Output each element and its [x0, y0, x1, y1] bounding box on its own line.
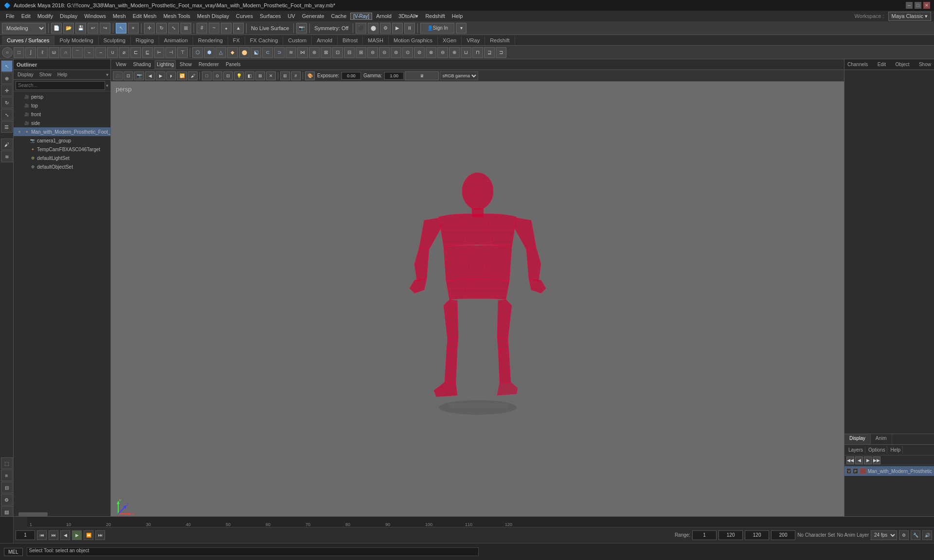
gamma-input[interactable]: [384, 72, 404, 80]
surf-btn3[interactable]: △: [216, 47, 226, 58]
view-cube-btn[interactable]: ⬚: [1, 457, 13, 469]
vp-paintfx-btn[interactable]: 🖌: [188, 71, 198, 80]
vp-textures-btn[interactable]: ⊠: [255, 71, 265, 80]
surf-btn23[interactable]: ⊕: [449, 47, 460, 58]
vp-lights-btn[interactable]: 💡: [234, 71, 244, 80]
menu-surfaces[interactable]: Surfaces: [257, 12, 284, 20]
scale-tool-button[interactable]: ⤡: [168, 23, 179, 34]
vp-lighting-menu[interactable]: Lighting: [155, 60, 176, 69]
menu-modify[interactable]: Modify: [35, 12, 56, 20]
play-forward-btn[interactable]: ▶: [72, 530, 82, 540]
layer-p-toggle[interactable]: P: [853, 468, 858, 474]
outliner-show-menu[interactable]: Show: [37, 71, 54, 78]
surf-btn4[interactable]: ◆: [227, 47, 238, 58]
surf-btn1[interactable]: ⬡: [192, 47, 203, 58]
surf-btn7[interactable]: ⊂: [262, 47, 273, 58]
surf-btn19[interactable]: ⊙: [402, 47, 413, 58]
playback-settings-btn[interactable]: ⚙: [899, 530, 909, 540]
anim-end-input[interactable]: [771, 530, 795, 540]
mel-python-toggle[interactable]: MEL: [4, 548, 23, 556]
vp-loop-btn[interactable]: 🔁: [177, 71, 187, 80]
select-tool-left[interactable]: ↖: [1, 60, 13, 72]
display-tab[interactable]: Display: [844, 434, 871, 444]
ipr-render-button[interactable]: ⬤: [368, 23, 378, 34]
box-mode-btn[interactable]: □: [14, 47, 24, 58]
redo-button[interactable]: ↪: [100, 23, 110, 34]
menu-mesh-tools[interactable]: Mesh Tools: [161, 12, 193, 20]
vp-shadows-btn[interactable]: ◧: [245, 71, 254, 80]
workspace-dropdown[interactable]: Maya Classic ▾: [888, 12, 931, 21]
tab-rigging[interactable]: Rigging: [131, 36, 159, 45]
tab-xgen[interactable]: XGen: [438, 36, 462, 45]
menu-mesh-display[interactable]: Mesh Display: [194, 12, 232, 20]
menu-3dtoall[interactable]: 3DtoAll▾: [395, 12, 421, 20]
pause-button[interactable]: ⏸: [404, 23, 415, 34]
surf-btn20[interactable]: ⊘: [414, 47, 425, 58]
curve-btn9[interactable]: ⌀: [119, 47, 129, 58]
tree-item-top[interactable]: 🎥 top: [14, 101, 110, 110]
tree-item-persp[interactable]: 🎥 persp: [14, 92, 110, 101]
menu-help[interactable]: Help: [449, 12, 466, 20]
outliner-hscrollbar[interactable]: [14, 512, 110, 516]
surf-btn15[interactable]: ⊞: [356, 47, 366, 58]
surf-btn2[interactable]: ⬢: [204, 47, 215, 58]
move-btn[interactable]: ✛: [1, 85, 13, 96]
tab-vray[interactable]: VRay: [462, 36, 485, 45]
attr-editor-btn[interactable]: ≡: [1, 470, 13, 481]
curve-btn12[interactable]: ⊢: [154, 47, 164, 58]
curve-btn7[interactable]: ⌢: [95, 47, 106, 58]
range-end-input[interactable]: [718, 530, 743, 540]
object-btn[interactable]: Object: [896, 62, 910, 67]
surf-btn24[interactable]: ⊔: [461, 47, 471, 58]
surf-btn8[interactable]: ⊃: [274, 47, 285, 58]
tab-rendering[interactable]: Rendering: [193, 36, 228, 45]
outliner-search-arrow[interactable]: ▾: [106, 83, 108, 88]
surf-btn9[interactable]: ≋: [286, 47, 296, 58]
render-settings-button[interactable]: ⚙: [380, 23, 391, 34]
step-back-btn[interactable]: ⏭: [49, 530, 58, 540]
play-blast-button[interactable]: ▶: [392, 23, 403, 34]
curve-btn8[interactable]: ∪: [107, 47, 118, 58]
tool-settings-btn[interactable]: ⚙: [1, 494, 13, 506]
sign-in-arrow[interactable]: ▾: [456, 23, 467, 34]
vp-next-frame-btn[interactable]: ▶: [156, 71, 165, 80]
vp-wireframe-btn[interactable]: □: [202, 71, 212, 80]
curve-btn13[interactable]: ⊣: [165, 47, 176, 58]
tree-item-objectset[interactable]: ⚙ defaultObjectSet: [14, 162, 110, 171]
maximize-button[interactable]: □: [915, 2, 921, 9]
anim-tab[interactable]: Anim: [871, 434, 892, 444]
curve-btn14[interactable]: ⊤: [177, 47, 188, 58]
layer-v-toggle[interactable]: V: [846, 468, 851, 474]
range-start-input[interactable]: [692, 530, 717, 540]
show-manip-btn[interactable]: ☰: [1, 121, 13, 133]
vp-cam-btn[interactable]: 🎥: [113, 71, 123, 80]
camera-button[interactable]: 📷: [296, 23, 307, 34]
render-current-button[interactable]: ⬛: [356, 23, 366, 34]
smooth-btn[interactable]: ≋: [1, 151, 13, 162]
layer-next-next-btn[interactable]: ▶▶: [873, 456, 880, 464]
curve-btn4[interactable]: ∩: [60, 47, 71, 58]
menu-uv[interactable]: UV: [285, 12, 298, 20]
layer-next-btn[interactable]: ▶: [864, 456, 872, 464]
tab-fx[interactable]: FX: [228, 36, 245, 45]
layers-sub-tab[interactable]: Layers: [846, 446, 865, 454]
menu-edit[interactable]: Edit: [18, 12, 34, 20]
vp-flat-btn[interactable]: ⊟: [223, 71, 233, 80]
tab-poly-modeling[interactable]: Poly Modeling: [54, 36, 98, 45]
options-sub-tab[interactable]: Options: [866, 446, 887, 454]
sign-in-button[interactable]: 👤 Sign In: [420, 23, 454, 34]
fps-dropdown[interactable]: 24 fps 30 fps 60 fps: [871, 530, 897, 540]
vp-renderer-menu[interactable]: Renderer: [196, 61, 222, 68]
go-to-end-btn[interactable]: ⏭: [95, 530, 105, 540]
exposure-input[interactable]: [341, 72, 361, 80]
surf-btn27[interactable]: ⊐: [496, 47, 506, 58]
surf-btn10[interactable]: ⋈: [297, 47, 308, 58]
channel-box-btn[interactable]: ⊟: [1, 482, 13, 493]
universal-manip-button[interactable]: ⊞: [180, 23, 191, 34]
curve-btn6[interactable]: ⌣: [84, 47, 94, 58]
snap-to-grid-button[interactable]: #: [197, 23, 207, 34]
menu-cache[interactable]: Cache: [328, 12, 350, 20]
surf-btn21[interactable]: ⊗: [426, 47, 436, 58]
anim-start-input[interactable]: [745, 530, 769, 540]
tab-mash[interactable]: MASH: [363, 36, 389, 45]
